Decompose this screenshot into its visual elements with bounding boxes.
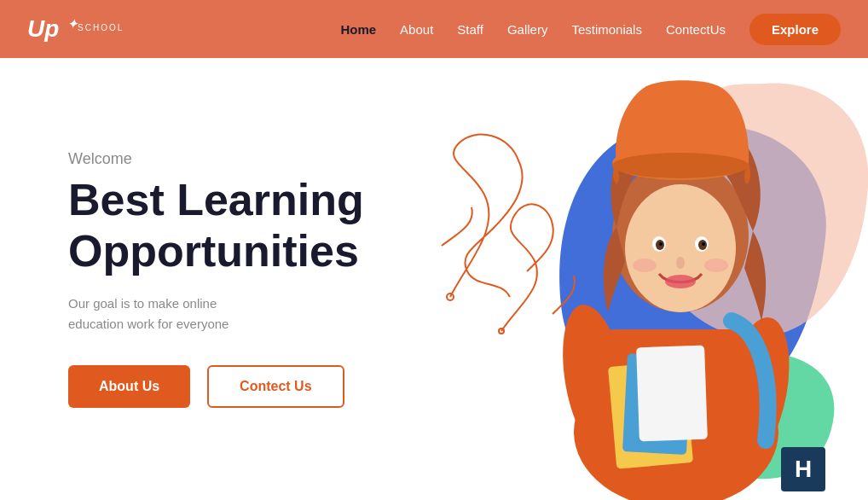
svg-rect-8 xyxy=(636,346,708,442)
logo-sub: SCHOOL xyxy=(78,23,124,32)
hero-title-line2: Opportunities xyxy=(68,226,359,276)
student-figure xyxy=(493,73,859,500)
nav-staff[interactable]: Staff xyxy=(457,22,483,37)
explore-button[interactable]: Explore xyxy=(749,14,841,45)
nav-home[interactable]: Home xyxy=(340,22,376,37)
nav-testimonials[interactable]: Testimonials xyxy=(571,22,642,37)
nav-gallery[interactable]: Gallery xyxy=(507,22,548,37)
h-badge: H xyxy=(781,447,825,491)
about-us-button[interactable]: About Us xyxy=(68,365,190,408)
svg-point-17 xyxy=(659,242,663,246)
header: Up ✦ SCHOOL Home About Staff Gallery Tes… xyxy=(0,0,868,58)
hero-visual: H xyxy=(391,58,868,500)
logo-icon: ✦ xyxy=(67,17,78,31)
hero-description: Our goal is to make onlineeducation work… xyxy=(68,294,364,334)
logo: Up ✦ SCHOOL xyxy=(27,17,124,41)
welcome-text: Welcome xyxy=(68,150,364,168)
logo-script: Up xyxy=(27,15,59,42)
svg-point-22 xyxy=(704,259,728,272)
hero-content: Welcome Best Learning Opportunities Our … xyxy=(0,150,364,409)
svg-point-19 xyxy=(665,275,696,288)
svg-point-10 xyxy=(625,184,736,312)
hero-section: Welcome Best Learning Opportunities Our … xyxy=(0,58,868,500)
svg-point-20 xyxy=(676,257,685,269)
hero-title-line1: Best Learning xyxy=(68,175,364,224)
svg-point-12 xyxy=(612,153,749,178)
hero-buttons: About Us Contect Us xyxy=(68,365,364,408)
hero-title: Best Learning Opportunities xyxy=(68,175,364,277)
logo-text: Up ✦ xyxy=(27,17,78,41)
contact-us-button[interactable]: Contect Us xyxy=(207,365,344,408)
h-badge-letter: H xyxy=(795,456,812,483)
nav-about[interactable]: About xyxy=(400,22,433,37)
main-nav: Home About Staff Gallery Testimonials Co… xyxy=(340,14,841,45)
svg-point-18 xyxy=(702,242,705,246)
svg-point-21 xyxy=(633,259,657,272)
nav-contact[interactable]: ContectUs xyxy=(666,22,726,37)
